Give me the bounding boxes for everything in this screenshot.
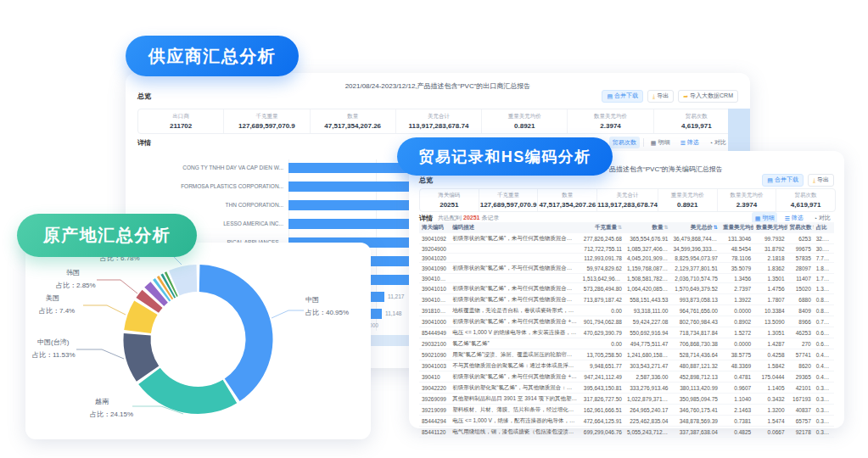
value-cell: 48.5454: [720, 244, 753, 254]
merge-download-button[interactable]: ▤ 合并下载: [602, 90, 643, 103]
stat-label: 重量美元均价: [508, 113, 541, 120]
sort-icon[interactable]: ⇅: [618, 225, 622, 230]
trade-hs-analysis-badge: 贸易记录和HS编码分析: [397, 137, 613, 176]
hs-code-cell: 39041090: [419, 263, 450, 274]
hs-code-cell: 3918109010: [419, 305, 450, 316]
value-cell: 0.85%: [814, 305, 834, 316]
value-cell: 8966: [787, 316, 814, 327]
donut-slice-越南: [138, 368, 237, 414]
column-header-千克重量[interactable]: 千克重量⇅: [580, 222, 624, 233]
value-cell: 0.31%: [814, 394, 834, 405]
merge-download-button[interactable]: ▤ 合并下载: [762, 174, 804, 187]
table-row: 39269099其他塑料制品和品目 3901 至 3914 项下的其他塑料制品（…: [419, 394, 834, 405]
value-cell: 365,554,676.91: [624, 233, 670, 244]
filter-button[interactable]: ☰ 筛选: [676, 137, 702, 148]
stat-cell: 重量美元均价0.8921: [658, 189, 717, 211]
stat-cell: 数量美元均价2.3974: [567, 109, 652, 133]
value-cell: 558,151,443.53: [624, 294, 670, 305]
value-cell: 718,734,817.84: [670, 327, 720, 338]
sort-icon[interactable]: ⇅: [813, 225, 814, 230]
stat-value: 2.3974: [600, 122, 620, 130]
stat-value: 127,689,597,070.9: [238, 122, 295, 130]
value-cell: 395,643,150.81: [580, 383, 624, 394]
code-desc-cell: [450, 244, 580, 254]
stat-label: 出口商: [172, 113, 189, 120]
value-cell: 317,826,727.50: [580, 394, 624, 405]
hs-code-cell: 39041010: [419, 283, 450, 294]
value-cell: 65757: [787, 416, 814, 427]
code-desc-cell: 初级形状的塑化聚“氯乙烯”，与其他物质混合：颗粒: [450, 383, 580, 394]
sort-icon[interactable]: ⇅: [664, 225, 668, 230]
value-cell: 0.70%: [814, 316, 834, 327]
value-cell: 1.8362: [753, 263, 787, 274]
value-cell: 131.3046: [720, 233, 753, 244]
column-header-美元总价[interactable]: 美元总价⇅: [670, 222, 720, 233]
value-cell: 270: [787, 338, 814, 349]
value-cell: 712,722,755.11: [580, 244, 624, 254]
code-desc-cell: 初级形状的聚“氯乙烯”，未与任何其他物质混合：悬浮级 PVC 树脂: [450, 294, 580, 305]
compare-button[interactable]: ◔ 对比: [706, 137, 730, 148]
hs-code-cell: 39041003: [419, 360, 450, 371]
value-cell: 2.1463: [720, 405, 753, 416]
hs-code-cell: 390410000019: [419, 274, 450, 283]
table-row: 39041090初级形状的聚“氯乙烯”，不与任何其他物质混合：其他等（氯乙烯）……: [419, 263, 834, 274]
value-cell: 32.02%: [814, 233, 834, 244]
stat-value: 113,917,283,678.74: [597, 201, 658, 209]
hs-code-cell: 39041000: [419, 316, 450, 327]
value-cell: 78.1106: [720, 254, 753, 263]
table-row: 85444294电压 <= 1,000 V，绝缘，配有连接器的电导体，其他：电压…: [419, 416, 834, 427]
value-cell: 225,462,835.04: [624, 416, 670, 427]
hs-code-table: 海关编码编码描述千克重量⇅数量⇅美元总价⇅重量美元均价数量美元均价贸易次数⇅占比…: [419, 222, 834, 438]
stat-label: 数量美元均价: [730, 192, 763, 199]
supplier-overview-stats: 出口商211702千克重量127,689,597,070.9数量47,517,3…: [137, 109, 740, 134]
value-cell: 1,241,680,158.21: [624, 349, 670, 360]
import-crm-button[interactable]: ➦ 导入大数据CRM: [678, 90, 738, 103]
scroll-sliver[interactable]: [728, 109, 750, 151]
hs-code-cell: 59021090: [419, 349, 450, 360]
code-desc-cell: 电气用绕组线，铜，漆包或搪瓷（包括漆包浸渍阳极氧化）电缆、电线（烤…: [450, 427, 580, 438]
stat-cell: 出口商211702: [138, 109, 223, 133]
hs-code-cell: 29032100: [419, 338, 450, 349]
export-button[interactable]: ⤓ 导出: [808, 174, 834, 187]
value-cell: 0.00: [580, 338, 624, 349]
value-cell: 277,826,245.68: [580, 233, 624, 244]
sort-icon[interactable]: ⇅: [714, 225, 718, 230]
value-cell: 1.1405: [753, 383, 787, 394]
code-desc-cell: 电压 <= 1,000 V，绝缘，配有连接器的电导体，其他：电压不超过 1…: [450, 416, 580, 427]
table-row: 29032100氯乙烯“氯乙烯”0.00494,775,511.47706,86…: [419, 338, 834, 349]
value-cell: 550,692,916.94: [624, 327, 670, 338]
value-cell: 264,965,240.17: [624, 405, 670, 416]
code-desc-cell: 塑料板材、片材、薄膜、箔片和条带，经过增化、增强、层压或与其他…: [450, 405, 580, 416]
value-cell: 99.7932: [753, 233, 787, 244]
value-cell: 1,159,768,087.56: [624, 263, 670, 274]
value-cell: 699,299,046.76: [580, 427, 624, 438]
hs-code-cell: 390410: [419, 371, 450, 383]
value-cell: 57741: [787, 349, 814, 360]
code-desc-cell: [450, 254, 580, 263]
export-button[interactable]: ⤓ 导出: [647, 90, 674, 103]
donut-slice-中国: [199, 265, 273, 401]
stat-value: 0.8921: [677, 201, 697, 209]
value-cell: 1,022,879,371.68: [624, 394, 670, 405]
value-cell: 337,387,638.04: [670, 427, 720, 438]
column-header-数量[interactable]: 数量⇅: [624, 222, 670, 233]
value-cell: 167193: [787, 394, 814, 405]
table-row: 39041092初级形状的聚“氯乙烯”，未与任何其他物质混合：其他：粉末277,…: [419, 233, 834, 244]
value-cell: 28097: [787, 263, 814, 274]
value-cell: 13,705,258.50: [580, 349, 624, 360]
stat-label: 数量: [562, 192, 573, 199]
metric-trade-count-toggle[interactable]: 贸易次数: [609, 137, 640, 148]
value-cell: 5,055,243,712.46: [624, 427, 670, 438]
column-header-贸易次数[interactable]: 贸易次数⇅: [787, 222, 814, 233]
divider: [643, 138, 644, 147]
value-cell: 8409: [787, 305, 814, 316]
value-cell: 36,479,868,744.44: [670, 233, 720, 244]
bar-category-label: THN CORPORATION...: [126, 202, 283, 208]
detail-view-button[interactable]: ▦ 明细: [647, 137, 674, 148]
table-row: 39042220初级形状的塑化聚“氯乙烯”，与其他物质混合：颗粒395,643,…: [419, 383, 834, 394]
value-cell: 59,974,829.62: [580, 263, 624, 274]
table-row: 85444949电压 <= 1,000 V 的绝缘电导体，未安装连接器，其他电缆…: [419, 327, 834, 338]
code-desc-cell: 地板覆盖物，无论是否自粘，卷状或瓷砖形式，以及墙壁或天花板覆盖…: [450, 305, 580, 316]
stat-cell: 数量美元均价2.3974: [717, 189, 776, 211]
value-cell: 48.3369: [720, 360, 753, 371]
